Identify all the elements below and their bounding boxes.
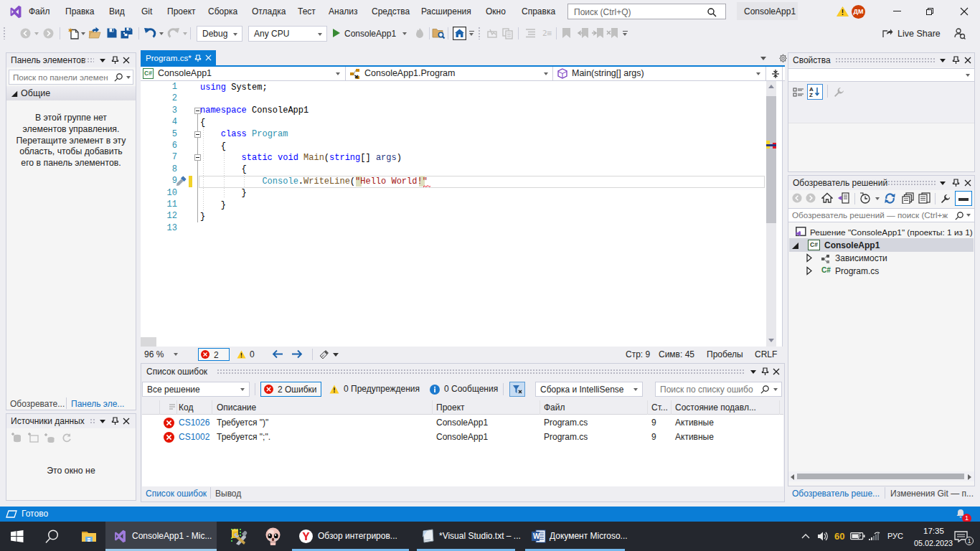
svg-text:Z: Z [809,92,813,98]
svg-text:2≡: 2≡ [542,29,552,38]
svg-text:W: W [533,532,540,540]
